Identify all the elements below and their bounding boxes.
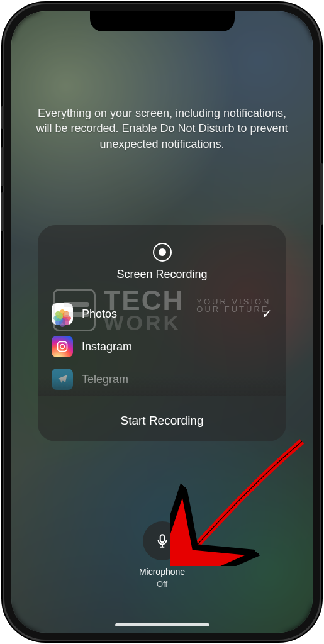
checkmark-icon: ✓ (262, 306, 272, 321)
volume-down-button[interactable] (1, 192, 4, 231)
app-label: Instagram (82, 340, 272, 353)
volume-up-button[interactable] (1, 147, 4, 186)
panel-title: Screen Recording (116, 268, 207, 281)
app-destination-list[interactable]: Photos ✓ Instagram (38, 292, 286, 396)
microphone-label: Microphone (139, 567, 185, 577)
app-row-photos[interactable]: Photos ✓ (38, 297, 286, 330)
microphone-icon (154, 533, 170, 549)
app-row-telegram[interactable]: Telegram (38, 363, 286, 396)
panel-header: Screen Recording (38, 225, 286, 292)
screen: Everything on your screen, including not… (11, 11, 313, 633)
phone-frame: Everything on your screen, including not… (3, 3, 321, 641)
side-power-button[interactable] (320, 163, 323, 225)
record-circle-icon (153, 243, 172, 262)
svg-point-1 (60, 345, 65, 349)
app-row-instagram[interactable]: Instagram (38, 330, 286, 363)
start-recording-button[interactable]: Start Recording (38, 401, 286, 441)
svg-point-2 (65, 343, 66, 345)
microphone-toggle-button[interactable] (143, 521, 182, 560)
photos-icon (52, 303, 73, 325)
app-label: Telegram (82, 373, 272, 386)
mute-switch[interactable] (1, 106, 4, 129)
microphone-status: Off (157, 579, 167, 589)
notch (90, 11, 235, 31)
svg-rect-3 (160, 535, 164, 542)
app-label: Photos (82, 308, 253, 321)
instagram-icon (52, 336, 73, 357)
telegram-icon (52, 369, 73, 390)
svg-rect-0 (58, 342, 67, 352)
screen-recording-panel: Screen Recording (38, 225, 286, 441)
home-indicator[interactable] (115, 623, 209, 626)
recording-info-text: Everything on your screen, including not… (30, 106, 294, 152)
